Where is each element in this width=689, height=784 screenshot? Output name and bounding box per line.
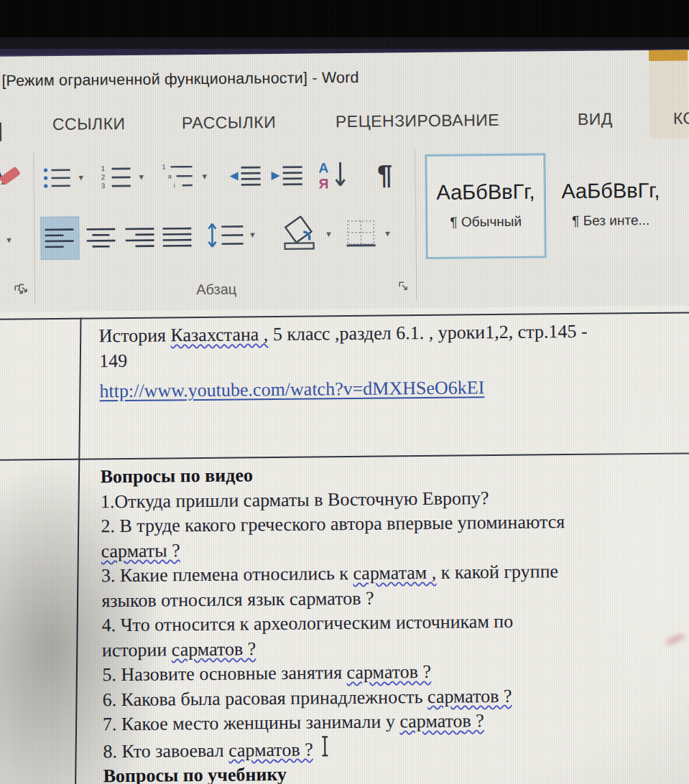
ribbon-tab[interactable]: ВИД <box>578 109 613 129</box>
style-preview: АаБбВвГг, <box>427 179 544 205</box>
svg-text:2: 2 <box>101 173 106 181</box>
align-right-button[interactable] <box>124 225 157 251</box>
paragraph-group-label: Абзац <box>159 281 274 299</box>
borders-button[interactable] <box>342 218 379 250</box>
table-cell-lesson-info[interactable]: История Казахстана , 5 класс ,раздел 6.1… <box>99 318 689 404</box>
bold-heading: Вопросы по учебнику <box>103 764 287 784</box>
misspelled-word: сарматов ? <box>399 710 484 732</box>
pilcrow-icon: ¶ <box>377 161 393 188</box>
text-run: 149 <box>99 350 127 370</box>
style-preview: АаБбВвГг, <box>552 179 669 204</box>
style-label: За <box>678 210 689 227</box>
shading-icon <box>279 215 320 252</box>
increase-indent-button[interactable] <box>268 163 304 189</box>
borders-dropdown[interactable]: ▾ <box>381 226 394 239</box>
screen-photo: [Режим ограниченной функциональности] - … <box>0 0 689 784</box>
paragraph-dialog-launcher-icon[interactable] <box>398 281 410 292</box>
font-group-dialog-launcher-icon[interactable] <box>14 284 25 296</box>
decrease-indent-button[interactable] <box>226 163 262 189</box>
decrease-indent-icon <box>228 164 261 187</box>
sort-icon: АЯ <box>317 159 350 191</box>
shading-button[interactable] <box>277 214 323 253</box>
font-color-dropdown[interactable]: ▾ <box>0 233 17 246</box>
window-title: [Режим ограниченной функциональности] - … <box>1 69 359 90</box>
misspelled-word: сарматов ? <box>427 685 512 706</box>
bullets-icon <box>42 166 71 190</box>
group-separator <box>33 152 35 304</box>
style-item[interactable]: АаБбВвГг,¶ Обычный <box>425 153 546 259</box>
table-border-vertical <box>75 318 82 784</box>
text-cursor <box>320 735 330 757</box>
cutoff-tab-fragment <box>0 123 1 141</box>
chevron-down-icon: ▾ <box>385 228 390 238</box>
svg-text:a: a <box>168 172 172 179</box>
align-right-icon <box>125 226 155 249</box>
youtube-hyperlink[interactable]: http://www.youtube.com/watch?v=dMXHSeO6k… <box>99 377 484 401</box>
svg-text:А: А <box>318 160 328 175</box>
numbering-button[interactable]: 123 <box>98 163 133 192</box>
show-paragraph-marks-button[interactable]: ¶ <box>369 157 400 192</box>
svg-text:1: 1 <box>101 164 105 172</box>
numbering-dropdown[interactable]: ▾ <box>135 170 148 183</box>
text-run: истории <box>102 639 172 661</box>
ribbon-tab[interactable]: РЕЦЕНЗИРОВАНИЕ <box>336 111 499 131</box>
text-run: языков относился язык сарматов ? <box>101 587 374 611</box>
text-run: 8. Кто завоевал <box>103 739 228 762</box>
text-run: 5. Назовите основные занятия <box>102 662 347 685</box>
text-run: История <box>99 325 171 346</box>
document-link-line: http://www.youtube.com/watch?v=dMXHSeO6k… <box>99 373 689 404</box>
ribbon-tab[interactable]: ССЫЛКИ <box>52 114 126 134</box>
chevron-down-icon: ▾ <box>202 170 207 181</box>
multilevel-list-dropdown[interactable]: ▾ <box>198 169 211 182</box>
justify-button[interactable] <box>161 224 194 250</box>
sort-button[interactable]: АЯ <box>315 158 351 192</box>
shading-dropdown[interactable]: ▾ <box>322 227 335 240</box>
multilevel-list-button[interactable]: 1ai <box>159 161 196 192</box>
clear-formatting-icon: A <box>0 162 22 192</box>
bullets-button[interactable] <box>41 164 73 192</box>
chevron-down-icon: ▾ <box>78 172 83 182</box>
ribbon-tab-contextual[interactable]: КО <box>673 108 689 128</box>
multilevel-list-icon: 1ai <box>160 162 195 191</box>
chevron-down-icon: ▾ <box>326 228 331 239</box>
bold-heading: Вопросы по видео <box>101 465 254 487</box>
text-run: 7. Какое место женщины занимали у <box>103 711 400 734</box>
text-run: к какой группе <box>436 561 558 583</box>
style-item[interactable]: АЗа <box>675 151 689 257</box>
document-area[interactable]: История Казахстана , 5 класс ,раздел 6.1… <box>0 305 689 784</box>
style-label: ¶ Без инте... <box>552 213 669 230</box>
svg-text:Я: Я <box>319 176 329 191</box>
justify-icon <box>162 225 193 248</box>
chevron-down-icon: ▾ <box>250 229 255 240</box>
bullets-dropdown[interactable]: ▾ <box>75 170 88 183</box>
text-run: 6. Какова была расовая принадлежность <box>102 686 427 709</box>
window-titlebar: [Режим ограниченной функциональности] - … <box>0 50 689 106</box>
align-center-icon <box>86 226 116 249</box>
numbering-icon: 123 <box>100 164 131 190</box>
style-preview: А <box>678 167 689 201</box>
style-label: ¶ Обычный <box>427 213 544 230</box>
align-center-button[interactable] <box>85 225 118 251</box>
align-left-button[interactable] <box>43 225 76 251</box>
increase-indent-icon <box>269 164 302 187</box>
contextual-tab-accent <box>649 50 688 61</box>
line-spacing-button[interactable] <box>205 219 246 251</box>
misspelled-word: Казахстана , <box>170 324 268 345</box>
ribbon-tab-bar: ССЫЛКИРАССЫЛКИРЕЦЕНЗИРОВАНИЕВИДКО <box>0 100 689 146</box>
borders-icon <box>345 220 376 248</box>
ribbon: A ▾ ▾ 123 <box>0 139 689 312</box>
clear-formatting-button[interactable]: A <box>0 161 23 194</box>
svg-text:3: 3 <box>101 182 106 190</box>
misspelled-word: сарматов ? <box>228 739 313 760</box>
line-spacing-dropdown[interactable]: ▾ <box>246 228 259 241</box>
style-item[interactable]: АаБбВвГг,¶ Без инте... <box>550 152 671 258</box>
chevron-down-icon: ▾ <box>139 171 144 182</box>
text-run: 4. Что относится к археологическим источ… <box>101 611 513 635</box>
ribbon-tab[interactable]: РАССЫЛКИ <box>182 113 277 133</box>
table-cell-questions[interactable]: Вопросы по видео1.Откуда пришли сарматы … <box>100 459 689 784</box>
svg-text:i: i <box>174 182 175 189</box>
word-window: [Режим ограниченной функциональности] - … <box>0 50 689 784</box>
text-run: 5 класс ,раздел 6.1. , уроки1,2, стр.145… <box>268 321 587 345</box>
text-run: 2. В труде какого греческого автора впер… <box>101 511 565 536</box>
align-left-icon <box>45 227 75 250</box>
